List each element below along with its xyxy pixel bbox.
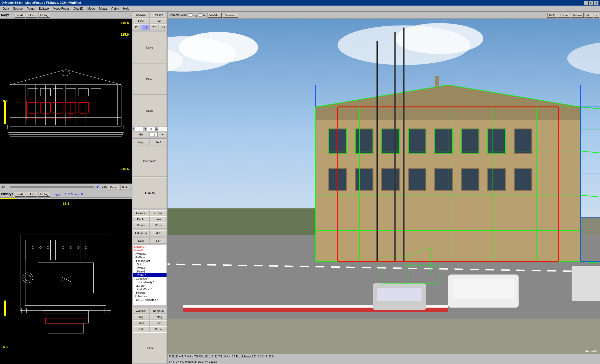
list-item-vestibul[interactable]: .....Vestibul * bbox=[133, 277, 167, 280]
list-item-divnem[interactable]: ..divNem bbox=[133, 256, 167, 259]
snap-pt-button[interactable]: Snap Pt bbox=[133, 177, 167, 208]
h-all-button[interactable]: H All bbox=[150, 18, 167, 24]
duplic-button[interactable]: Duplic bbox=[133, 216, 150, 222]
3d-viewport[interactable]: PrahaHD - bbox=[168, 19, 600, 354]
go-val-input[interactable] bbox=[150, 132, 158, 137]
slider1-foro[interactable]: FoRo bbox=[120, 185, 131, 190]
unhide-button[interactable]: UnHide bbox=[150, 12, 167, 18]
menu-help[interactable]: Help bbox=[121, 6, 131, 11]
narys-fit-all[interactable]: Fit All bbox=[15, 13, 25, 18]
list-item-portal[interactable]: ....Portal * bbox=[133, 273, 167, 277]
narys-viewport[interactable]: 216.6 225.9 216.6 9.3 bbox=[0, 19, 132, 184]
list-item-bocnitrakty[interactable]: .....BocniTrakty * bbox=[133, 280, 167, 284]
move-button[interactable]: Move bbox=[133, 32, 167, 63]
menu-editace[interactable]: Editace bbox=[37, 6, 50, 11]
new-button[interactable]: New bbox=[133, 238, 150, 244]
narys-fit-tag[interactable]: Fit Tag bbox=[38, 13, 50, 18]
y-input[interactable] bbox=[147, 127, 156, 131]
delete-button[interactable]: Delete bbox=[133, 332, 167, 363]
coord-text: fA35212 ● P: 749.4 x -756.5 V: 212.1 O: … bbox=[169, 355, 275, 358]
extrude-button[interactable]: Extrude bbox=[133, 210, 150, 216]
virt-checkbox[interactable] bbox=[199, 13, 202, 17]
menu-mapa[interactable]: Mapa bbox=[98, 6, 108, 11]
close3d-button[interactable]: × bbox=[594, 13, 599, 18]
mlb-button[interactable]: MLB bbox=[150, 230, 167, 236]
minimize-button[interactable]: _ bbox=[584, 1, 588, 5]
neg-checkbox[interactable] bbox=[189, 13, 192, 17]
svg-rect-80 bbox=[355, 169, 373, 191]
offset-button[interactable]: Offset bbox=[133, 64, 167, 95]
untag-button[interactable]: Untag bbox=[150, 314, 167, 320]
list-item-zadnicast[interactable]: ....ZadniCast * bbox=[133, 287, 167, 291]
pudorys-fit-all[interactable]: Fit All bbox=[15, 192, 25, 197]
svg-point-21 bbox=[62, 71, 70, 76]
tab-ea[interactable]: Ea bbox=[141, 24, 149, 30]
undo-button[interactable]: Undo bbox=[133, 326, 150, 332]
min-max-button[interactable]: Min/Max bbox=[208, 13, 222, 18]
z-input[interactable] bbox=[158, 127, 167, 131]
slider1-reset[interactable]: Reset bbox=[108, 185, 119, 190]
svg-rect-130 bbox=[377, 288, 421, 301]
tag-button[interactable]: Tag bbox=[133, 314, 150, 320]
show2-button[interactable]: Show bbox=[133, 320, 150, 326]
tab-pfa[interactable]: Pfa bbox=[150, 24, 158, 30]
hide2-button[interactable]: Hide bbox=[150, 320, 167, 326]
list-item-stred[interactable]: ....Stred * bbox=[133, 284, 167, 287]
set-button[interactable]: Set bbox=[150, 238, 167, 244]
menu-vrstvy[interactable]: Vrstvy bbox=[109, 6, 121, 11]
menu-source[interactable]: Source bbox=[11, 6, 24, 11]
virt-check-label[interactable]: Virt bbox=[199, 13, 206, 17]
hide-button[interactable]: Hide bbox=[133, 18, 150, 24]
list-item-prednicast[interactable]: ...PredniCast bbox=[133, 259, 167, 263]
list-item-patro2[interactable]: ....Patro2 bbox=[133, 270, 167, 273]
unfavi-button[interactable]: UnFavi bbox=[571, 13, 584, 18]
menu-orto3d[interactable]: Orto3D bbox=[72, 6, 85, 11]
list-item-prijezd[interactable]: ...Prijezd * bbox=[133, 291, 167, 294]
setz-button[interactable]: SetZ bbox=[150, 140, 167, 145]
list-item-arenag[interactable]: ArenaG bbox=[133, 248, 167, 252]
workset-button[interactable]: WorkSet bbox=[133, 308, 150, 314]
close-button[interactable]: × bbox=[594, 1, 598, 5]
list-item-slovang[interactable]: SlovanG * bbox=[133, 245, 167, 248]
list-item-sokl[interactable]: ....Sokl * bbox=[133, 263, 167, 266]
list-item-cp101[interactable]: ...cp101 Kulisarna * bbox=[133, 298, 167, 302]
slider1-track[interactable] bbox=[10, 187, 94, 188]
list-item-divadlog[interactable]: .DivadloG bbox=[133, 252, 167, 256]
x-input[interactable] bbox=[135, 127, 144, 131]
idrem-button[interactable]: IDRem bbox=[558, 13, 570, 18]
list-item-rubesova[interactable]: .Rubesova bbox=[133, 294, 167, 298]
tab-las[interactable]: Las bbox=[159, 24, 167, 30]
narys-fit-vis[interactable]: Fit Vis bbox=[26, 13, 37, 18]
go-arrow-button[interactable]: ▼ bbox=[158, 132, 167, 137]
scale-button[interactable]: Scale bbox=[133, 95, 167, 126]
pudorys-fit-vis[interactable]: Fit Vis bbox=[26, 192, 37, 197]
menu-mode[interactable]: Mode bbox=[86, 6, 97, 11]
tab-ps[interactable]: Ps bbox=[133, 24, 141, 30]
mirror-button[interactable]: Mirror bbox=[150, 222, 167, 228]
rotate-button[interactable]: Rotate bbox=[133, 222, 150, 228]
list-item-patro1[interactable]: ....Patro1 bbox=[133, 266, 167, 270]
pudorys-viewport[interactable]: 16.4 5.8 bbox=[0, 199, 132, 364]
align-button[interactable]: Align bbox=[133, 140, 150, 145]
ochoz-button[interactable]: Ochoz bbox=[150, 210, 167, 216]
pudorys-fit-tag[interactable]: Fit Tag bbox=[38, 192, 50, 197]
regroup-button[interactable]: Regroup bbox=[150, 308, 167, 314]
menu-mopetfocus[interactable]: MopetFocus bbox=[51, 6, 71, 11]
redo-button[interactable]: Redo bbox=[150, 326, 167, 332]
maximize-button[interactable]: □ bbox=[589, 1, 593, 5]
grlineba-button[interactable]: GrLineBa bbox=[133, 230, 150, 236]
interpolate-button[interactable]: Interpolate bbox=[133, 146, 167, 177]
join-button[interactable]: Join bbox=[150, 216, 167, 222]
go-button[interactable]: Go bbox=[133, 132, 150, 137]
mfg-button[interactable]: MFG bbox=[547, 13, 557, 18]
show-all-button[interactable]: ShowAll bbox=[133, 12, 150, 18]
group-list[interactable]: SlovanG * ArenaG .DivadloG ..divNem ...P… bbox=[133, 245, 167, 305]
mm-button[interactable]: Mm bbox=[585, 13, 593, 18]
snimek-section: Snímek+Wire: Neg Virt bbox=[169, 13, 206, 17]
svg-rect-0 bbox=[8, 125, 124, 129]
menu-data[interactable]: Data bbox=[1, 6, 10, 11]
neg-check-label[interactable]: Neg bbox=[189, 13, 198, 17]
svg-rect-28 bbox=[4, 101, 6, 124]
menu-pumo[interactable]: Pumo bbox=[25, 6, 36, 11]
zoom-into-button[interactable]: ZoomInto bbox=[223, 13, 238, 18]
